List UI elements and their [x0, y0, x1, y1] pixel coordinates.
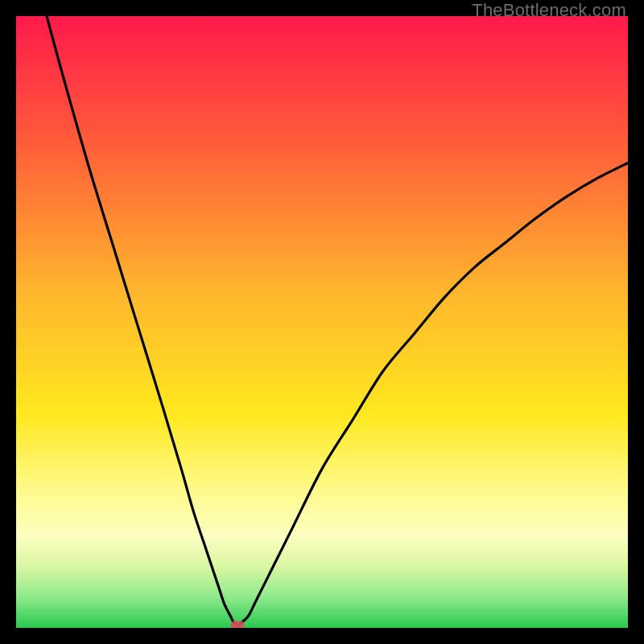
chart-frame: [16, 16, 628, 628]
optimal-point-marker: [230, 621, 245, 628]
watermark-text: TheBottleneck.com: [472, 0, 626, 21]
bottleneck-chart: [16, 16, 628, 628]
gradient-background: [16, 16, 628, 628]
